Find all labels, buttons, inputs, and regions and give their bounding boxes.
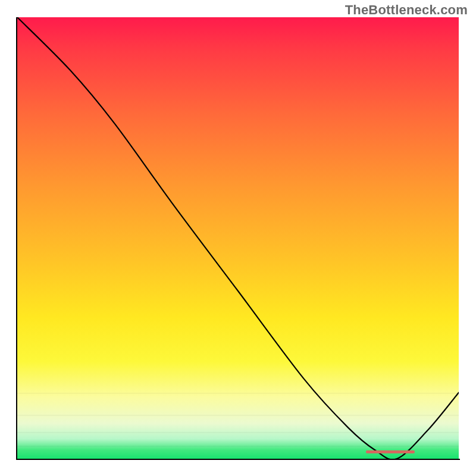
bottleneck-curve	[17, 17, 459, 459]
x-axis	[16, 459, 460, 460]
y-axis	[16, 17, 17, 460]
watermark-text: TheBottleneck.com	[345, 2, 468, 18]
optimum-marker	[366, 450, 415, 453]
plot-area	[17, 17, 459, 459]
chart-frame: TheBottleneck.com	[0, 0, 476, 476]
